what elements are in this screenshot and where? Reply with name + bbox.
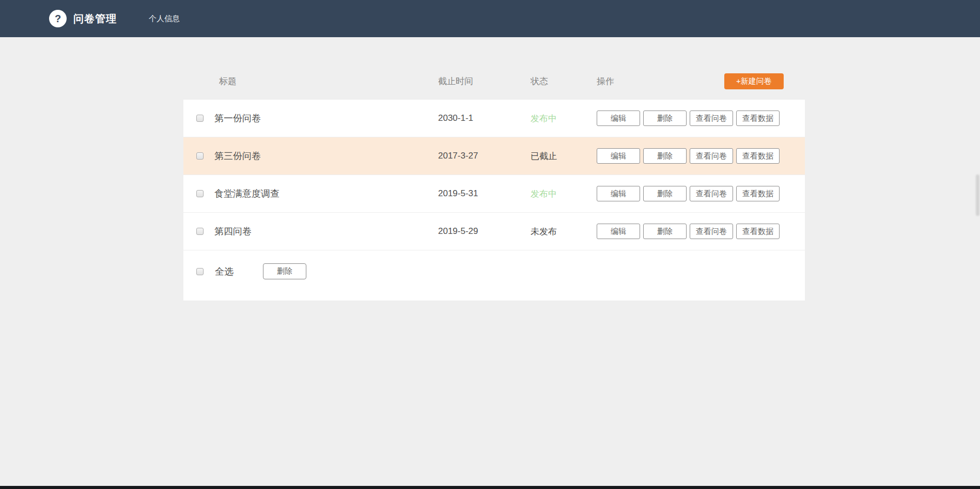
status-label: 未发布 <box>531 226 597 238</box>
column-header-deadline: 截止时间 <box>438 75 531 87</box>
status-label: 发布中 <box>531 113 597 124</box>
table-row: 食堂满意度调查 2019-5-31 发布中 编辑 删除 查看问卷 查看数据 <box>183 175 805 213</box>
deadline-value: 2017-3-27 <box>438 151 531 161</box>
view-questionnaire-button[interactable]: 查看问卷 <box>690 148 733 164</box>
row-checkbox[interactable] <box>196 228 204 235</box>
edit-button[interactable]: 编辑 <box>597 148 640 164</box>
edit-button[interactable]: 编辑 <box>597 186 640 201</box>
deadline-value: 2030-1-1 <box>438 113 531 123</box>
edit-button[interactable]: 编辑 <box>597 224 640 239</box>
footer-controls: 全选 删除 <box>183 263 306 279</box>
view-data-button[interactable]: 查看数据 <box>736 148 780 164</box>
view-data-button[interactable]: 查看数据 <box>736 111 780 126</box>
questionnaire-title: 第四问卷 <box>214 225 438 238</box>
table-row: 第一份问卷 2030-1-1 发布中 编辑 删除 查看问卷 查看数据 <box>183 100 805 137</box>
delete-button[interactable]: 删除 <box>643 111 687 126</box>
select-all-checkbox[interactable] <box>196 268 204 275</box>
help-icon[interactable]: ? <box>49 10 67 27</box>
question-mark-glyph: ? <box>55 13 61 25</box>
row-checkbox-cell <box>183 190 214 197</box>
row-checkbox-cell <box>183 115 214 122</box>
view-questionnaire-button[interactable]: 查看问卷 <box>690 224 733 239</box>
table-header-row: 标题 截止时间 状态 操作 +新建问卷 <box>183 63 805 100</box>
row-checkbox[interactable] <box>196 152 204 160</box>
row-checkbox[interactable] <box>196 115 204 122</box>
row-actions: 编辑 删除 查看问卷 查看数据 <box>597 186 805 201</box>
nav-item-questionnaire-management[interactable]: 问卷管理 <box>73 12 117 26</box>
view-data-button[interactable]: 查看数据 <box>736 186 780 201</box>
table-row: 第四问卷 2019-5-29 未发布 编辑 删除 查看问卷 查看数据 <box>183 213 805 250</box>
delete-button[interactable]: 删除 <box>643 224 687 239</box>
top-navbar: ? 问卷管理 个人信息 <box>0 0 980 37</box>
select-all-label: 全选 <box>215 265 234 278</box>
delete-button[interactable]: 删除 <box>643 148 687 164</box>
row-checkbox-cell <box>183 152 214 160</box>
view-questionnaire-button[interactable]: 查看问卷 <box>690 111 733 126</box>
deadline-value: 2019-5-29 <box>438 226 531 236</box>
view-data-button[interactable]: 查看数据 <box>736 224 780 239</box>
scrollbar-thumb[interactable] <box>976 175 979 216</box>
new-questionnaire-button[interactable]: +新建问卷 <box>724 73 784 89</box>
questionnaire-panel: 标题 截止时间 状态 操作 +新建问卷 第一份问卷 2030-1-1 发布中 编… <box>183 63 805 301</box>
status-label: 已截止 <box>531 150 597 162</box>
row-actions: 编辑 删除 查看问卷 查看数据 <box>597 224 805 239</box>
bulk-delete-button[interactable]: 删除 <box>263 263 306 279</box>
row-actions: 编辑 删除 查看问卷 查看数据 <box>597 148 805 164</box>
deadline-value: 2019-5-31 <box>438 188 531 199</box>
table-row: 第三份问卷 2017-3-27 已截止 编辑 删除 查看问卷 查看数据 <box>183 137 805 175</box>
table-body: 第一份问卷 2030-1-1 发布中 编辑 删除 查看问卷 查看数据 第三份问卷… <box>183 100 805 250</box>
column-header-title: 标题 <box>214 75 438 87</box>
row-checkbox[interactable] <box>196 190 204 197</box>
row-checkbox-cell <box>183 228 214 235</box>
questionnaire-title: 第一份问卷 <box>214 112 438 124</box>
column-header-actions: 操作 <box>597 75 614 87</box>
row-actions: 编辑 删除 查看问卷 查看数据 <box>597 111 805 126</box>
delete-button[interactable]: 删除 <box>643 186 687 201</box>
column-header-actions-wrap: 操作 +新建问卷 <box>597 73 805 89</box>
questionnaire-title: 第三份问卷 <box>214 150 438 162</box>
main-content: 标题 截止时间 状态 操作 +新建问卷 第一份问卷 2030-1-1 发布中 编… <box>0 63 980 301</box>
nav-item-personal-info[interactable]: 个人信息 <box>149 14 180 24</box>
bottom-edge-strip <box>0 486 980 489</box>
column-header-status: 状态 <box>531 75 597 87</box>
status-label: 发布中 <box>531 188 597 200</box>
table-footer-row: 全选 删除 <box>183 250 805 301</box>
questionnaire-title: 食堂满意度调查 <box>214 187 438 200</box>
edit-button[interactable]: 编辑 <box>597 111 640 126</box>
view-questionnaire-button[interactable]: 查看问卷 <box>690 186 733 201</box>
